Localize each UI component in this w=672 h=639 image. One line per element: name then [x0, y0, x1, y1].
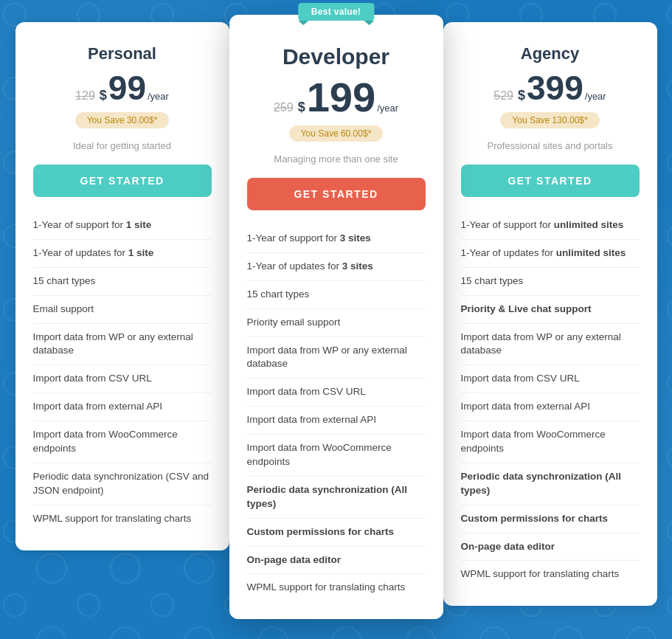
price-per-personal: /year [148, 91, 169, 102]
feature-item: 1-Year of support for 3 sites [247, 225, 426, 253]
save-wrapper-agency: You Save 130.00$* [461, 112, 640, 134]
cta-button-personal[interactable]: GET STARTED [33, 165, 212, 197]
feature-item: WPML support for translating charts [247, 574, 426, 601]
price-per-agency: /year [585, 91, 606, 102]
plan-tagline-personal: Ideal for getting started [33, 140, 212, 151]
price-dollar-personal: $ [100, 88, 107, 103]
feature-item: Import data from WooCommerce endpoints [247, 435, 426, 477]
feature-item: Import data from external API [247, 407, 426, 435]
price-main-agency: 399 [527, 71, 583, 105]
feature-item: 1-Year of support for 1 site [33, 212, 212, 240]
feature-item: On-page data editor [461, 533, 640, 562]
feature-item: Import data from WooCommerce endpoints [461, 421, 640, 463]
feature-item: Import data from external API [33, 393, 212, 421]
pricing-wrapper: Personal 129 $ 99 /year You Save 30.00$*… [15, 22, 657, 619]
feature-item: Import data from WP or any external data… [33, 324, 212, 366]
feature-item: Periodic data synchronization (All types… [247, 477, 426, 519]
price-dollar-agency: $ [518, 88, 525, 103]
feature-item: Priority & Live chat support [461, 296, 640, 324]
price-original-developer: 259 [274, 101, 294, 114]
feature-item: Priority email support [247, 309, 426, 337]
feature-item: WPML support for translating charts [33, 505, 212, 533]
feature-item: 1-Year of updates for 1 site [33, 240, 212, 268]
save-badge-agency: You Save 130.00$* [500, 112, 599, 128]
feature-item: Email support [33, 296, 212, 324]
plan-card-personal: Personal 129 $ 99 /year You Save 30.00$*… [15, 22, 229, 550]
save-wrapper-developer: You Save 60.00$* [247, 125, 426, 148]
feature-item: Import data from external API [461, 393, 640, 421]
feature-item: Import data from CSV URL [247, 379, 426, 407]
best-value-badge: Best value! [298, 3, 374, 21]
feature-item: On-page data editor [247, 547, 426, 575]
feature-item: Import data from WP or any external data… [461, 324, 640, 366]
plan-card-agency: Agency 529 $ 399 /year You Save 130.00$*… [443, 22, 657, 606]
feature-item: Periodic data synchronization (All types… [461, 463, 640, 505]
feature-item: 1-Year of updates for unlimited sites [461, 240, 640, 268]
feature-item: 15 chart types [33, 268, 212, 296]
price-dollar-developer: $ [298, 100, 305, 115]
feature-item: 1-Year of updates for 3 sites [247, 253, 426, 281]
feature-item: Custom permissions for charts [247, 519, 426, 547]
price-main-developer: 199 [307, 77, 375, 118]
feature-item: Import data from WP or any external data… [247, 337, 426, 379]
features-list-personal: 1-Year of support for 1 site1-Year of up… [33, 212, 212, 533]
cta-button-agency[interactable]: GET STARTED [461, 165, 640, 197]
feature-item: 15 chart types [247, 281, 426, 309]
features-list-agency: 1-Year of support for unlimited sites1-Y… [461, 212, 640, 588]
save-wrapper-personal: You Save 30.00$* [33, 112, 212, 134]
feature-item: Import data from CSV URL [461, 365, 640, 393]
plan-name-developer: Developer [247, 44, 426, 69]
feature-item: 1-Year of support for unlimited sites [461, 212, 640, 240]
plan-name-personal: Personal [33, 44, 212, 63]
price-main-personal: 99 [108, 71, 146, 105]
cta-button-developer[interactable]: GET STARTED [247, 178, 426, 210]
plan-card-developer: Best value!Developer 259 $ 199 /year You… [229, 15, 443, 619]
price-row-agency: 529 $ 399 /year [461, 71, 640, 105]
features-list-developer: 1-Year of support for 3 sites1-Year of u… [247, 225, 426, 601]
save-badge-developer: You Save 60.00$* [289, 125, 384, 142]
feature-item: Periodic data synchronization (CSV and J… [33, 463, 212, 505]
price-per-developer: /year [377, 103, 398, 114]
price-original-personal: 129 [75, 89, 95, 103]
price-row-personal: 129 $ 99 /year [33, 71, 212, 105]
plan-tagline-agency: Professional sites and portals [461, 140, 640, 151]
feature-item: Import data from WooCommerce endpoints [33, 421, 212, 463]
save-badge-personal: You Save 30.00$* [75, 112, 170, 128]
plan-name-agency: Agency [461, 44, 640, 63]
feature-item: Import data from CSV URL [33, 365, 212, 393]
feature-item: Custom permissions for charts [461, 505, 640, 533]
price-row-developer: 259 $ 199 /year [247, 77, 426, 118]
price-original-agency: 529 [493, 89, 513, 103]
plan-tagline-developer: Managing more than one site [247, 153, 426, 165]
feature-item: 15 chart types [461, 268, 640, 296]
feature-item: WPML support for translating charts [461, 561, 640, 588]
